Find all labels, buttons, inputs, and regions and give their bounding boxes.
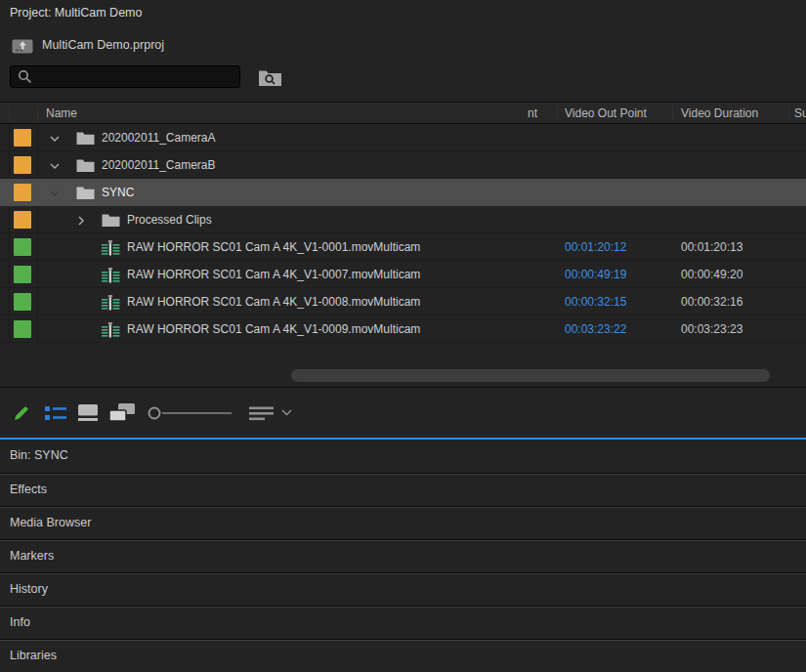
row-name: SYNC	[102, 179, 134, 206]
row-name: RAW HORROR SC01 Cam A 4K_V1-0007.movMult…	[127, 261, 420, 288]
table-row-bin-camerab[interactable]: 202002011_CameraB	[0, 151, 806, 179]
folder-icon	[76, 186, 95, 200]
row-name: RAW HORROR SC01 Cam A 4K_V1-0008.movMult…	[127, 288, 420, 315]
list-view-button[interactable]	[45, 388, 66, 438]
chevron-down-icon[interactable]	[49, 133, 61, 145]
table-row-bin-sync[interactable]: SYNC	[0, 179, 806, 206]
table-row-multicam-clip[interactable]: RAW HORROR SC01 Cam A 4K_V1-0001.movMult…	[0, 233, 806, 261]
list-view-icon	[45, 405, 66, 421]
table-row-multicam-clip[interactable]: RAW HORROR SC01 Cam A 4K_V1-0009.movMult…	[0, 315, 806, 343]
table-row-bin-processed-clips[interactable]: Processed Clips	[0, 206, 806, 233]
project-icon	[12, 37, 33, 54]
horizontal-scrollbar[interactable]	[0, 369, 806, 382]
folder-icon	[102, 213, 120, 228]
project-panel: Project: MultiCam Demo MultiCam Demo.prp…	[0, 0, 806, 672]
search-icon	[18, 69, 32, 84]
multicam-clip-icon	[102, 295, 120, 310]
panel-tab-libraries[interactable]: Libraries	[0, 639, 806, 672]
icon-view-button[interactable]	[78, 388, 98, 438]
chevron-down-icon[interactable]	[49, 188, 61, 199]
project-writable-pencil-icon[interactable]	[12, 388, 31, 438]
column-divider[interactable]	[557, 105, 558, 120]
folder-icon	[76, 158, 95, 173]
column-divider[interactable]	[672, 105, 673, 120]
icon-view-icon	[78, 404, 98, 421]
project-file-name: MultiCam Demo.prproj	[42, 38, 164, 52]
video-duration-value: 00:00:49:20	[681, 261, 742, 288]
multicam-clip-icon	[102, 268, 120, 282]
chevron-right-icon[interactable]	[75, 215, 87, 227]
row-name: 202002011_CameraB	[102, 151, 216, 179]
chevron-down-icon[interactable]	[49, 160, 61, 172]
video-out-point-value[interactable]: 00:01:20:12	[565, 233, 626, 261]
table-header: Name nt Video Out Point Video Duration S…	[0, 102, 806, 124]
label-color-chip[interactable]	[14, 293, 31, 311]
search-input[interactable]	[32, 66, 239, 87]
video-duration-value: 00:03:23:23	[681, 315, 742, 343]
folder-icon	[76, 131, 95, 146]
table-body: 202002011_CameraA 202002011_CameraB SYNC	[0, 124, 806, 343]
multicam-clip-icon	[102, 240, 120, 255]
video-out-point-value[interactable]: 00:03:23:22	[565, 315, 626, 343]
row-name: Processed Clips	[127, 206, 212, 233]
sort-options-chevron-button[interactable]	[281, 388, 292, 438]
panel-tab-effects[interactable]: Effects	[0, 473, 806, 506]
label-color-chip[interactable]	[14, 320, 31, 338]
new-search-bin-button[interactable]	[257, 67, 282, 88]
panel-tab-media-browser[interactable]: Media Browser	[0, 506, 806, 539]
panel-title: Project: MultiCam Demo	[0, 0, 806, 25]
freeform-view-button[interactable]	[109, 388, 136, 438]
label-column-divider	[9, 124, 10, 343]
search-bin-icon	[258, 67, 282, 87]
project-panel-toolbar	[0, 388, 806, 438]
project-root-item[interactable]: MultiCam Demo.prproj	[0, 32, 806, 58]
label-color-chip[interactable]	[14, 129, 31, 147]
video-duration-value: 00:01:20:13	[681, 233, 742, 261]
column-header-video-out-point[interactable]: Video Out Point	[565, 103, 647, 124]
search-box[interactable]	[10, 65, 240, 88]
panel-tab-info[interactable]: Info	[0, 606, 806, 639]
panel-tab-markers[interactable]: Markers	[0, 539, 806, 572]
label-color-chip[interactable]	[14, 238, 31, 256]
row-name: RAW HORROR SC01 Cam A 4K_V1-0009.movMult…	[127, 315, 420, 343]
sort-options-button[interactable]	[249, 388, 276, 438]
panel-tab-bin-sync[interactable]: Bin: SYNC	[0, 440, 806, 473]
stacked-panel-tabs: Bin: SYNC Effects Media Browser Markers …	[0, 440, 806, 672]
column-header-in-point-clipped[interactable]: nt	[528, 103, 537, 124]
search-row	[0, 61, 806, 96]
video-duration-value: 00:00:32:16	[681, 288, 742, 315]
panel-tab-history[interactable]: History	[0, 572, 806, 606]
column-header-video-duration[interactable]: Video Duration	[681, 103, 758, 124]
zoom-slider[interactable]	[147, 388, 234, 438]
label-column-divider	[37, 124, 38, 343]
label-color-chip[interactable]	[14, 211, 31, 229]
label-color-chip[interactable]	[14, 184, 31, 201]
sort-icon	[249, 404, 276, 422]
column-divider	[9, 105, 10, 120]
chevron-down-icon	[281, 409, 292, 416]
column-divider	[37, 105, 38, 120]
freeform-view-icon	[109, 403, 136, 422]
label-color-chip[interactable]	[14, 266, 31, 283]
multicam-clip-icon	[102, 322, 120, 337]
row-name: RAW HORROR SC01 Cam A 4K_V1-0001.movMult…	[127, 233, 420, 261]
table-row-multicam-clip[interactable]: RAW HORROR SC01 Cam A 4K_V1-0008.movMult…	[0, 288, 806, 315]
video-out-point-value[interactable]: 00:00:49:19	[565, 261, 626, 288]
label-color-chip[interactable]	[14, 156, 31, 174]
horizontal-scrollbar-thumb[interactable]	[291, 369, 770, 382]
table-row-bin-cameraa[interactable]: 202002011_CameraA	[0, 124, 806, 151]
column-divider[interactable]	[788, 105, 789, 120]
column-header-subclip-clipped[interactable]: Su	[794, 103, 806, 124]
row-name: 202002011_CameraA	[102, 124, 216, 151]
column-header-name[interactable]: Name	[46, 103, 77, 124]
table-row-multicam-clip[interactable]: RAW HORROR SC01 Cam A 4K_V1-0007.movMult…	[0, 261, 806, 288]
video-out-point-value[interactable]: 00:00:32:15	[565, 288, 626, 315]
